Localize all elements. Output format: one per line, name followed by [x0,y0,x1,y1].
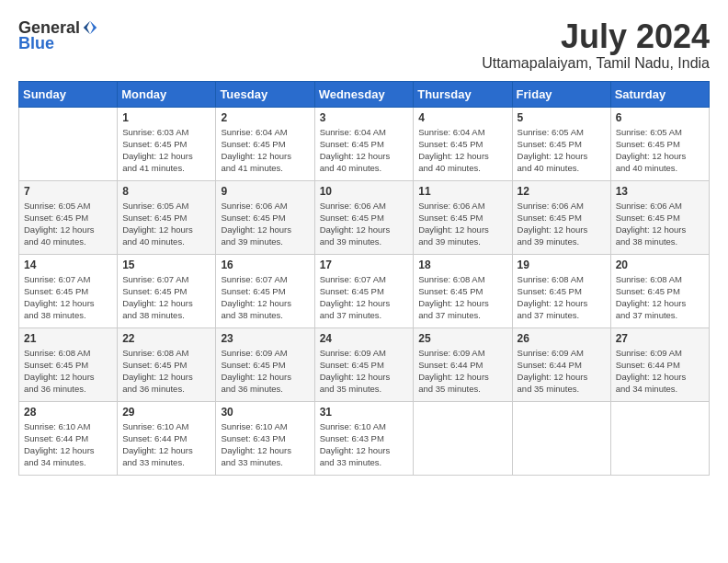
calendar-cell: 16Sunrise: 6:07 AM Sunset: 6:45 PM Dayli… [216,254,314,327]
day-number: 6 [616,111,704,124]
day-number: 17 [320,259,409,271]
calendar-cell: 2Sunrise: 6:04 AM Sunset: 6:45 PM Daylig… [216,107,314,180]
day-info: Sunrise: 6:08 AM Sunset: 6:45 PM Dayligh… [518,273,606,322]
day-header-monday: Monday [118,81,216,107]
week-row-3: 14Sunrise: 6:07 AM Sunset: 6:45 PM Dayli… [19,254,710,327]
day-info: Sunrise: 6:05 AM Sunset: 6:45 PM Dayligh… [616,126,704,175]
calendar-cell: 23Sunrise: 6:09 AM Sunset: 6:45 PM Dayli… [216,327,314,401]
calendar-cell: 8Sunrise: 6:05 AM Sunset: 6:45 PM Daylig… [118,180,216,254]
day-number: 27 [616,332,704,345]
calendar-cell: 14Sunrise: 6:07 AM Sunset: 6:45 PM Dayli… [19,254,118,327]
day-info: Sunrise: 6:10 AM Sunset: 6:44 PM Dayligh… [122,420,210,469]
day-number: 19 [518,259,606,271]
calendar-cell: 19Sunrise: 6:08 AM Sunset: 6:45 PM Dayli… [512,254,610,327]
calendar-cell [512,401,610,475]
day-info: Sunrise: 6:09 AM Sunset: 6:44 PM Dayligh… [418,347,506,396]
day-number: 18 [418,259,506,271]
svg-marker-1 [84,20,90,33]
day-header-wednesday: Wednesday [314,81,414,107]
day-number: 2 [221,111,309,124]
day-info: Sunrise: 6:07 AM Sunset: 6:45 PM Dayligh… [24,273,112,322]
day-number: 16 [221,259,309,271]
calendar-cell: 26Sunrise: 6:09 AM Sunset: 6:44 PM Dayli… [512,327,610,401]
day-number: 12 [518,185,606,198]
calendar-cell: 21Sunrise: 6:08 AM Sunset: 6:45 PM Dayli… [19,327,118,401]
calendar-cell: 12Sunrise: 6:06 AM Sunset: 6:45 PM Dayli… [512,180,610,254]
day-info: Sunrise: 6:08 AM Sunset: 6:45 PM Dayligh… [122,347,210,396]
day-number: 4 [418,111,506,124]
calendar-cell: 1Sunrise: 6:03 AM Sunset: 6:45 PM Daylig… [118,107,216,180]
day-number: 26 [518,332,606,345]
svg-marker-0 [90,20,97,33]
day-info: Sunrise: 6:09 AM Sunset: 6:44 PM Dayligh… [518,347,606,396]
calendar-table: SundayMondayTuesdayWednesdayThursdayFrid… [18,81,710,476]
calendar-cell: 25Sunrise: 6:09 AM Sunset: 6:44 PM Dayli… [414,327,512,401]
day-header-friday: Friday [512,81,610,107]
day-info: Sunrise: 6:08 AM Sunset: 6:45 PM Dayligh… [616,273,704,322]
day-info: Sunrise: 6:08 AM Sunset: 6:45 PM Dayligh… [24,347,112,396]
calendar-cell: 30Sunrise: 6:10 AM Sunset: 6:43 PM Dayli… [216,401,314,475]
calendar-cell: 17Sunrise: 6:07 AM Sunset: 6:45 PM Dayli… [314,254,414,327]
day-number: 3 [320,111,409,124]
day-number: 9 [221,185,309,198]
day-info: Sunrise: 6:07 AM Sunset: 6:45 PM Dayligh… [122,273,210,322]
day-info: Sunrise: 6:09 AM Sunset: 6:44 PM Dayligh… [616,347,704,396]
day-number: 7 [24,185,112,198]
title-area: July 2024 Uttamapalaiyam, Tamil Nadu, In… [482,18,710,72]
calendar-cell: 24Sunrise: 6:09 AM Sunset: 6:45 PM Dayli… [314,327,414,401]
day-info: Sunrise: 6:10 AM Sunset: 6:43 PM Dayligh… [320,420,409,469]
day-info: Sunrise: 6:07 AM Sunset: 6:45 PM Dayligh… [221,273,309,322]
calendar-cell: 31Sunrise: 6:10 AM Sunset: 6:43 PM Dayli… [314,401,414,475]
day-info: Sunrise: 6:03 AM Sunset: 6:45 PM Dayligh… [122,126,210,175]
day-info: Sunrise: 6:06 AM Sunset: 6:45 PM Dayligh… [518,200,606,248]
day-header-thursday: Thursday [414,81,512,107]
day-info: Sunrise: 6:05 AM Sunset: 6:45 PM Dayligh… [122,200,210,248]
day-header-saturday: Saturday [610,81,709,107]
week-row-5: 28Sunrise: 6:10 AM Sunset: 6:44 PM Dayli… [19,401,710,475]
day-number: 15 [122,259,210,271]
calendar-cell: 29Sunrise: 6:10 AM Sunset: 6:44 PM Dayli… [118,401,216,475]
day-number: 8 [122,185,210,198]
calendar-cell: 7Sunrise: 6:05 AM Sunset: 6:45 PM Daylig… [19,180,118,254]
calendar-cell: 13Sunrise: 6:06 AM Sunset: 6:45 PM Dayli… [610,180,709,254]
calendar-cell: 20Sunrise: 6:08 AM Sunset: 6:45 PM Dayli… [610,254,709,327]
logo-icon [82,19,98,36]
week-row-2: 7Sunrise: 6:05 AM Sunset: 6:45 PM Daylig… [19,180,710,254]
calendar-cell: 27Sunrise: 6:09 AM Sunset: 6:44 PM Dayli… [610,327,709,401]
day-info: Sunrise: 6:06 AM Sunset: 6:45 PM Dayligh… [320,200,409,248]
week-row-1: 1Sunrise: 6:03 AM Sunset: 6:45 PM Daylig… [19,107,710,180]
day-number: 31 [320,406,409,419]
calendar-cell: 28Sunrise: 6:10 AM Sunset: 6:44 PM Dayli… [19,401,118,475]
day-info: Sunrise: 6:09 AM Sunset: 6:45 PM Dayligh… [320,347,409,396]
day-number: 13 [616,185,704,198]
day-info: Sunrise: 6:10 AM Sunset: 6:43 PM Dayligh… [221,420,309,469]
days-header-row: SundayMondayTuesdayWednesdayThursdayFrid… [19,81,710,107]
day-number: 29 [122,406,210,419]
day-info: Sunrise: 6:05 AM Sunset: 6:45 PM Dayligh… [518,126,606,175]
day-number: 23 [221,332,309,345]
day-number: 20 [616,259,704,271]
location-title: Uttamapalaiyam, Tamil Nadu, India [482,55,710,72]
day-info: Sunrise: 6:04 AM Sunset: 6:45 PM Dayligh… [221,126,309,175]
day-info: Sunrise: 6:10 AM Sunset: 6:44 PM Dayligh… [24,420,112,469]
day-number: 11 [418,185,506,198]
day-number: 30 [221,406,309,419]
header: General Blue July 2024 Uttamapalaiyam, T… [18,18,710,72]
day-info: Sunrise: 6:04 AM Sunset: 6:45 PM Dayligh… [320,126,409,175]
day-info: Sunrise: 6:05 AM Sunset: 6:45 PM Dayligh… [24,200,112,248]
day-info: Sunrise: 6:06 AM Sunset: 6:45 PM Dayligh… [221,200,309,248]
logo-blue-text: Blue [18,34,54,53]
calendar-cell: 10Sunrise: 6:06 AM Sunset: 6:45 PM Dayli… [314,180,414,254]
calendar-cell: 22Sunrise: 6:08 AM Sunset: 6:45 PM Dayli… [118,327,216,401]
calendar-cell: 6Sunrise: 6:05 AM Sunset: 6:45 PM Daylig… [610,107,709,180]
logo: General Blue [18,18,98,53]
calendar-cell: 3Sunrise: 6:04 AM Sunset: 6:45 PM Daylig… [314,107,414,180]
day-number: 21 [24,332,112,345]
day-number: 25 [418,332,506,345]
week-row-4: 21Sunrise: 6:08 AM Sunset: 6:45 PM Dayli… [19,327,710,401]
calendar-cell: 5Sunrise: 6:05 AM Sunset: 6:45 PM Daylig… [512,107,610,180]
day-info: Sunrise: 6:08 AM Sunset: 6:45 PM Dayligh… [418,273,506,322]
day-number: 1 [122,111,210,124]
day-info: Sunrise: 6:06 AM Sunset: 6:45 PM Dayligh… [616,200,704,248]
day-number: 22 [122,332,210,345]
